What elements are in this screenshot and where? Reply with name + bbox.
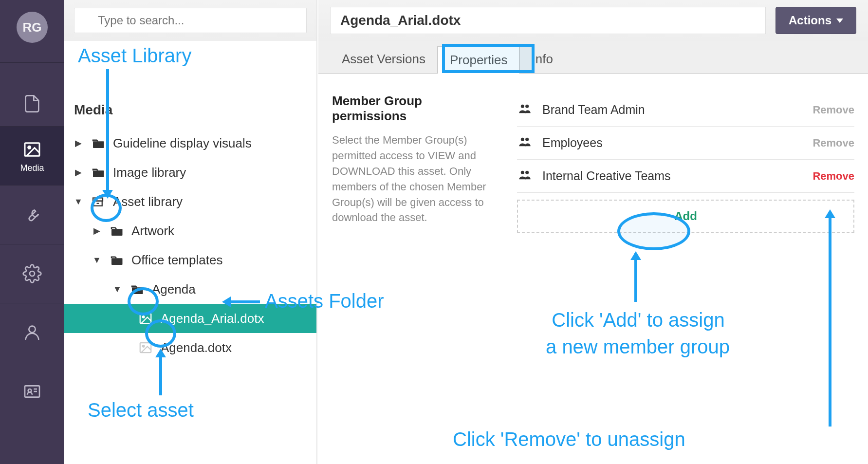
actions-button[interactable]: Actions (776, 7, 856, 34)
annotation-arrow-head (102, 190, 113, 199)
annotation-arrow (106, 69, 109, 191)
annotation-arrow (231, 300, 260, 303)
group-name: Internal Creative Teams (542, 169, 671, 183)
caret-down-icon: ▼ (113, 284, 122, 295)
group-row: Employees Remove (517, 127, 854, 160)
annotation-circle-selected-asset (145, 319, 176, 348)
annotation-add-l1: Click 'Add' to assign (507, 309, 769, 331)
caret-right-icon: ▶ (92, 225, 101, 236)
annotation-arrow (829, 212, 831, 427)
caret-down-icon: ▼ (92, 255, 101, 265)
image-icon (21, 139, 43, 160)
folder-icon (90, 136, 106, 150)
tree-item-label: Office templates (131, 253, 222, 268)
search-input[interactable] (74, 8, 307, 33)
id-card-icon (21, 381, 43, 402)
rail-media[interactable]: Media (0, 127, 64, 185)
file-icon (21, 93, 43, 114)
svg-rect-10 (93, 141, 104, 148)
actions-label: Actions (789, 14, 831, 27)
tab-asset-versions[interactable]: Asset Versions (330, 45, 437, 73)
tree-item-office-templates[interactable]: ▼ Office templates (74, 245, 316, 275)
users-icon (517, 168, 533, 185)
rail-content[interactable] (0, 63, 64, 126)
asset-title-input[interactable]: Agenda_Arial.dotx (330, 7, 766, 34)
annotation-arrow-head (630, 251, 641, 260)
remove-button[interactable]: Remove (813, 104, 854, 116)
svg-point-27 (525, 170, 529, 174)
group-name: Employees (542, 136, 603, 150)
tree-item-label: Image library (113, 165, 186, 180)
annotation-highlight-properties (442, 44, 535, 73)
svg-point-1 (28, 146, 31, 148)
tree-item-label: Agenda_Arial.dotx (161, 311, 264, 326)
annotation-asset-library: Asset Library (78, 45, 191, 67)
group-row: Brand Team Admin Remove (517, 93, 854, 127)
users-icon (517, 102, 533, 118)
annotation-ellipse-add (617, 212, 690, 250)
tree-item-agenda-dotx[interactable]: Agenda.dotx (74, 333, 316, 362)
tree-item-label: Asset library (113, 194, 183, 209)
tree-item-guideline-visuals[interactable]: ▶ Guideline display visuals (74, 129, 316, 158)
folder-icon (90, 165, 106, 180)
folder-icon (108, 223, 125, 238)
rail-members[interactable] (0, 362, 64, 421)
annotation-arrow-head (222, 297, 231, 307)
svg-rect-16 (111, 258, 123, 265)
remove-button[interactable]: Remove (813, 137, 854, 149)
caret-right-icon: ▶ (74, 138, 83, 148)
wrench-icon (21, 204, 43, 225)
annotation-arrow (634, 253, 637, 302)
svg-point-19 (143, 316, 145, 318)
svg-rect-11 (93, 170, 104, 177)
svg-point-23 (525, 104, 529, 108)
gear-icon (21, 263, 43, 284)
svg-point-21 (143, 345, 145, 347)
svg-point-2 (30, 271, 35, 276)
svg-rect-15 (111, 229, 123, 236)
rail-media-label: Media (20, 163, 44, 173)
tree-item-label: Artwork (131, 223, 174, 239)
caret-right-icon: ▶ (74, 167, 83, 178)
remove-button[interactable]: Remove (813, 170, 854, 183)
main-panel: Agenda_Arial.dotx Actions Asset Versions… (318, 0, 868, 464)
avatar[interactable]: RG (17, 12, 48, 43)
svg-point-24 (521, 137, 524, 141)
rail-settings-wrench[interactable] (0, 186, 64, 244)
svg-point-22 (521, 104, 524, 108)
annotation-remove: Click 'Remove' to unassign (453, 428, 685, 450)
group-row: Internal Creative Teams Remove (517, 160, 854, 193)
nav-rail: RG Media (0, 0, 64, 464)
svg-rect-4 (25, 386, 39, 397)
svg-point-25 (525, 137, 529, 141)
users-icon (517, 135, 533, 151)
annotation-select-asset: Select asset (88, 399, 194, 421)
permissions-title: Member Group permissions (332, 93, 498, 124)
annotation-arrow-head (155, 349, 166, 357)
tree-item-image-library[interactable]: ▶ Image library (74, 158, 316, 187)
tabs: Asset Versions Properties Info (318, 41, 868, 74)
chevron-down-icon (836, 19, 843, 23)
tree-item-label: Agenda (152, 282, 196, 297)
svg-point-3 (29, 326, 35, 333)
caret-down-icon: ▼ (74, 197, 83, 207)
permissions-description: Select the Member Group(s) permitted acc… (332, 132, 498, 225)
tree-heading: Media (74, 102, 316, 118)
annotation-assets-folder: Assets Folder (265, 290, 384, 312)
annotation-add-l2: a new member group (501, 336, 774, 358)
rail-users[interactable] (0, 303, 64, 362)
annotation-circle-agenda-folder (128, 287, 159, 316)
group-name: Brand Team Admin (542, 103, 645, 117)
annotation-arrow-head (825, 209, 835, 218)
tree-item-label: Guideline display visuals (113, 136, 252, 151)
svg-point-26 (521, 170, 524, 174)
user-icon (21, 322, 43, 343)
tree-sidebar: Media ▶ Guideline display visuals ▶ Imag… (64, 0, 317, 464)
rail-settings-gear[interactable] (0, 244, 64, 303)
folder-icon (108, 253, 125, 267)
